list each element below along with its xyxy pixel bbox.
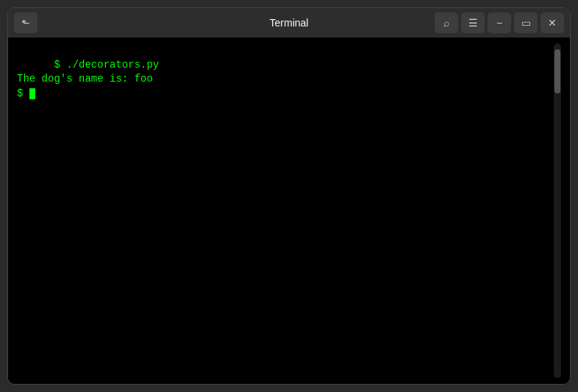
minimize-icon: −: [496, 17, 502, 29]
terminal-line-3-prefix: $: [17, 88, 29, 99]
restore-button[interactable]: ▭: [514, 13, 538, 33]
scrollbar-thumb[interactable]: [554, 49, 560, 93]
terminal-cursor: [29, 88, 35, 99]
terminal-body[interactable]: $ ./decorators.py The dog's name is: foo…: [8, 38, 570, 384]
back-icon: ⬑: [21, 17, 30, 29]
restore-icon: ▭: [521, 17, 531, 29]
menu-button[interactable]: ☰: [461, 13, 485, 33]
close-button[interactable]: ✕: [540, 13, 564, 33]
search-button[interactable]: ⌕: [435, 13, 458, 33]
titlebar-right: ⌕ ☰ − ▭ ✕: [435, 13, 564, 33]
search-icon: ⌕: [443, 17, 449, 29]
scrollbar[interactable]: [554, 43, 561, 378]
window-title: Terminal: [270, 17, 309, 29]
titlebar-left: ⬑: [14, 13, 38, 33]
terminal-window: ⬑ Terminal ⌕ ☰ − ▭ ✕ $ ./decorators.py T…: [7, 7, 571, 385]
titlebar: ⬑ Terminal ⌕ ☰ − ▭ ✕: [8, 8, 570, 38]
back-button[interactable]: ⬑: [14, 13, 38, 33]
menu-icon: ☰: [468, 17, 478, 29]
close-icon: ✕: [548, 17, 557, 29]
terminal-output: $ ./decorators.py The dog's name is: foo…: [17, 43, 551, 378]
terminal-line-2: The dog's name is: foo: [17, 73, 153, 85]
minimize-button[interactable]: −: [488, 13, 511, 33]
terminal-line-1: $ ./decorators.py: [54, 59, 159, 71]
